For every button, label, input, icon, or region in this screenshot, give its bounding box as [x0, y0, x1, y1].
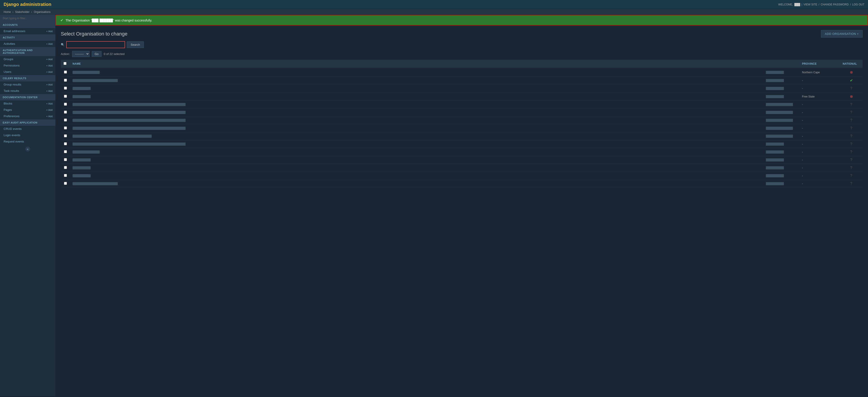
add-email-addresses-link[interactable]: + Add [46, 30, 53, 33]
add-pages-link[interactable]: + Add [46, 109, 53, 111]
row-checkbox[interactable] [64, 95, 67, 98]
row-checkbox[interactable] [64, 182, 67, 185]
org-name-link[interactable] [72, 182, 118, 185]
add-organisation-button[interactable]: ADD ORGANISATION + [821, 30, 863, 37]
sidebar-item-email-addresses[interactable]: Email addresses + Add [0, 28, 55, 34]
national-status-icon: ⊗ [850, 94, 853, 98]
sidebar-section-celery: CELERY RESULTS Group results + Add Task … [0, 75, 55, 94]
add-activities-link[interactable]: + Add [46, 42, 53, 45]
add-preferences-link[interactable]: + Add [46, 115, 53, 118]
search-button[interactable]: Search [127, 41, 144, 48]
row-checkbox[interactable] [64, 158, 67, 161]
search-input[interactable] [66, 41, 125, 48]
breadcrumb: Home › Stakeholder › Organisations [0, 9, 868, 15]
row-checkbox[interactable] [64, 134, 67, 137]
sidebar-item-login-events[interactable]: Login events [0, 132, 55, 138]
row-checkbox[interactable] [64, 79, 67, 82]
national-status-icon: ? [850, 110, 852, 114]
row-checkbox[interactable] [64, 103, 67, 106]
go-button[interactable]: Go [92, 51, 101, 57]
search-bar: 🔍 Search [55, 41, 868, 51]
col-header-province[interactable]: PROVINCE [799, 60, 840, 68]
org-name-link[interactable] [72, 103, 186, 106]
sidebar-item-permissions[interactable]: Permissions + Add [0, 62, 55, 69]
col-header-national[interactable]: NATIONAL [840, 60, 863, 68]
row-checkbox[interactable] [64, 150, 67, 153]
change-password-link[interactable]: CHANGE PASSWORD [821, 3, 849, 6]
user-info: WELCOME, ███ | VIEW SITE / CHANGE PASSWO… [778, 3, 864, 6]
sidebar-item-blocks[interactable]: Blocks + Add [0, 101, 55, 107]
success-icon: ✔ [60, 18, 63, 22]
org-name-link[interactable] [72, 87, 91, 90]
table-row: - ? [61, 101, 863, 109]
row-checkbox[interactable] [64, 126, 67, 130]
row-checkbox[interactable] [64, 142, 67, 145]
sidebar-item-request-events[interactable]: Request events [0, 138, 55, 145]
sidebar-item-pages[interactable]: Pages + Add [0, 107, 55, 113]
national-status-icon: ? [850, 86, 852, 90]
row-checkbox[interactable] [64, 166, 67, 169]
row-checkbox[interactable] [64, 118, 67, 121]
search-icon: 🔍 [61, 43, 64, 46]
org-name-link[interactable] [72, 79, 118, 82]
sidebar-item-crud-events[interactable]: CRUD events [0, 126, 55, 132]
table-row: - ? [61, 164, 863, 172]
sidebar-filter-input[interactable] [0, 15, 55, 22]
log-out-link[interactable]: LOG OUT [852, 3, 864, 6]
table-row: - ? [61, 85, 863, 92]
org-name-link[interactable] [72, 174, 91, 177]
organisations-table: NAME PROVINCE NATIONAL Northern C [61, 60, 863, 188]
sidebar-item-activities[interactable]: Activities + Add [0, 41, 55, 47]
row-checkbox[interactable] [64, 174, 67, 177]
org-name-link[interactable] [72, 150, 100, 153]
select-all-checkbox[interactable] [64, 62, 66, 65]
org-name-link[interactable] [72, 111, 186, 114]
sidebar-section-accounts: ACCOUNTS Email addresses + Add [0, 22, 55, 34]
sidebar-item-preferences[interactable]: Preferences + Add [0, 113, 55, 119]
org-name-link[interactable] [72, 127, 186, 130]
row-checkbox[interactable] [64, 111, 67, 114]
org-name-link[interactable] [72, 119, 186, 122]
sidebar-section-title-audit: EASY AUDIT APPLICATION [0, 119, 55, 126]
select-all-header[interactable] [61, 60, 70, 68]
sidebar-item-task-results[interactable]: Task results + Add [0, 88, 55, 94]
success-message-text: The Organisation "███ ██████" was change… [66, 19, 152, 22]
row-checkbox[interactable] [64, 87, 67, 90]
action-select[interactable]: --------- [72, 51, 90, 57]
breadcrumb-stakeholder[interactable]: Stakeholder [15, 10, 30, 13]
add-permissions-link[interactable]: + Add [46, 64, 53, 67]
col-header-name[interactable]: NAME [70, 60, 763, 68]
org-name-link[interactable] [72, 135, 152, 138]
sidebar-section-audit: EASY AUDIT APPLICATION CRUD events Login… [0, 119, 55, 145]
add-group-results-link[interactable]: + Add [46, 83, 53, 86]
national-status-icon: ? [850, 142, 852, 146]
view-site-link[interactable]: VIEW SITE [804, 3, 817, 6]
add-users-link[interactable]: + Add [46, 70, 53, 73]
add-groups-link[interactable]: + Add [46, 58, 53, 61]
org-name-link[interactable] [72, 71, 100, 74]
org-name-link[interactable] [72, 158, 91, 162]
action-bar: Action: --------- Go 0 of 22 selected [55, 51, 868, 60]
sidebar-item-group-results[interactable]: Group results + Add [0, 81, 55, 88]
sidebar-section-docs: DOCUMENTATION CENTER Blocks + Add Pages … [0, 94, 55, 119]
org-name-link[interactable] [72, 95, 91, 98]
sidebar-item-groups[interactable]: Groups + Add [0, 56, 55, 62]
org-name-link[interactable] [72, 166, 91, 169]
sidebar-item-users[interactable]: Users + Add [0, 69, 55, 75]
sidebar-section-title-celery: CELERY RESULTS [0, 75, 55, 81]
breadcrumb-home[interactable]: Home [4, 10, 11, 13]
table-row: - ✔ [61, 77, 863, 85]
sidebar-collapse-toggle[interactable]: « [25, 147, 30, 151]
sidebar-section-title-docs: DOCUMENTATION CENTER [0, 94, 55, 101]
row-checkbox[interactable] [64, 70, 67, 74]
national-status-icon: ? [850, 166, 852, 170]
sidebar-section-title-activity: ACTIVITY [0, 34, 55, 41]
page-title: Select Organisation to change [61, 31, 127, 37]
add-blocks-link[interactable]: + Add [46, 102, 53, 105]
page-header: Select Organisation to change ADD ORGANI… [55, 26, 868, 41]
site-name[interactable]: Django administration [4, 2, 51, 7]
add-task-results-link[interactable]: + Add [46, 90, 53, 92]
org-name-link[interactable] [72, 143, 186, 146]
table-header-row: NAME PROVINCE NATIONAL [61, 60, 863, 68]
col-header-col2[interactable] [763, 60, 799, 68]
